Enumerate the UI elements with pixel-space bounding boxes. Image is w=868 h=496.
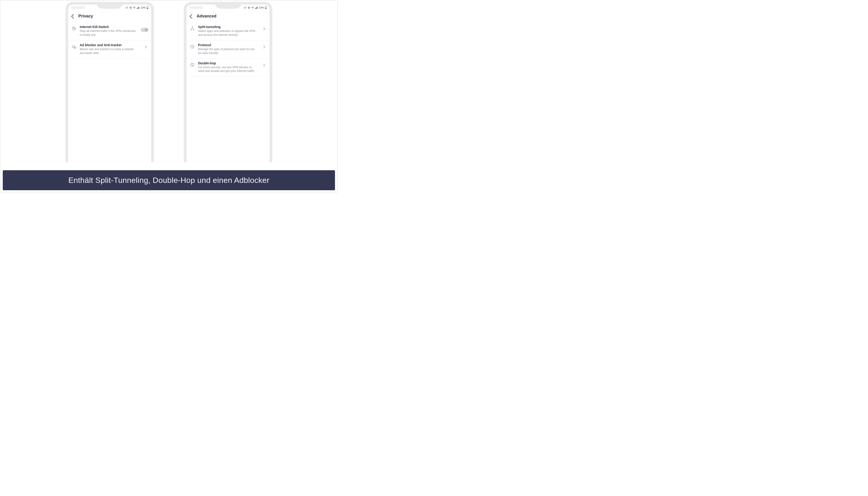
row-ad-blocker[interactable]: Ad blocker and Anti-tracker Blocks ads a… xyxy=(68,41,151,59)
settings-list-advanced: Split-tunneling Select apps and websites… xyxy=(187,22,269,77)
phone-frame-advanced: 23% Advanced xyxy=(184,2,272,162)
svg-rect-19 xyxy=(265,8,266,9)
row-title: Split-tunneling xyxy=(198,25,258,29)
link-icon xyxy=(244,6,247,9)
signal-icon xyxy=(255,6,258,9)
row-double-hop[interactable]: Double-hop For extra security, use two V… xyxy=(187,59,269,77)
caption-text: Enthält Split-Tunneling, Double-Hop und … xyxy=(68,176,269,185)
row-action xyxy=(260,61,267,66)
svg-rect-18 xyxy=(266,6,266,6)
row-desc: Manage the type of protocol you want to … xyxy=(198,47,258,55)
protocol-icon xyxy=(189,43,195,49)
chevron-right-icon xyxy=(262,46,265,48)
battery-icon xyxy=(146,6,149,9)
battery-icon xyxy=(265,6,267,9)
row-desc: Blocks ads and trackers to enjoy a clean… xyxy=(80,47,139,55)
row-body: Split-tunneling Select apps and websites… xyxy=(198,25,258,37)
row-title: Ad blocker and Anti-tracker xyxy=(80,43,139,47)
svg-rect-14 xyxy=(256,7,256,9)
alarm-icon xyxy=(248,6,250,9)
phone-notch xyxy=(214,2,242,9)
screenshot-stage: 23% Privacy xyxy=(0,0,338,193)
row-action xyxy=(141,25,149,32)
wifi-icon xyxy=(133,6,136,9)
svg-rect-7 xyxy=(147,6,148,6)
double-hop-icon xyxy=(189,61,195,67)
app-header-privacy: Privacy xyxy=(68,11,151,22)
row-action xyxy=(260,25,267,30)
svg-rect-13 xyxy=(255,8,255,9)
chevron-right-icon xyxy=(262,27,265,30)
page-title: Privacy xyxy=(78,14,93,19)
svg-point-12 xyxy=(252,8,253,9)
chevron-right-icon xyxy=(144,46,147,48)
status-right-cluster: 23% xyxy=(244,6,267,9)
settings-list-privacy: Internet Kill-Switch Stop all internet t… xyxy=(68,22,151,59)
row-title: Protocol xyxy=(198,43,258,47)
phone-screen-privacy: 23% Privacy xyxy=(68,4,151,162)
battery-text: 23% xyxy=(259,6,264,9)
row-body: Internet Kill-Switch Stop all internet t… xyxy=(80,25,138,37)
row-body: Double-hop For extra security, use two V… xyxy=(198,61,258,73)
phone-frame-privacy: 23% Privacy xyxy=(65,2,154,162)
row-action xyxy=(260,43,267,48)
link-icon xyxy=(125,6,128,9)
phones-container: 23% Privacy xyxy=(0,0,337,162)
toggle-switch-off[interactable] xyxy=(141,28,149,32)
row-action xyxy=(142,43,149,48)
row-desc: For extra security, use two VPN servers … xyxy=(198,65,258,73)
row-desc: Select apps and websites to bypass the V… xyxy=(198,29,258,37)
status-right-cluster: 23% xyxy=(125,6,149,9)
row-title: Double-hop xyxy=(198,61,258,65)
row-split-tunneling[interactable]: Split-tunneling Select apps and websites… xyxy=(187,22,269,41)
svg-rect-15 xyxy=(257,7,257,9)
row-body: Ad blocker and Anti-tracker Blocks ads a… xyxy=(80,43,139,55)
back-button[interactable] xyxy=(189,14,194,19)
status-carrier-blur xyxy=(189,6,203,9)
wifi-icon xyxy=(251,6,254,9)
row-body: Protocol Manage the type of protocol you… xyxy=(198,43,258,55)
alarm-icon xyxy=(129,6,132,9)
status-carrier-blur xyxy=(71,6,85,9)
caption-bar: Enthält Split-Tunneling, Double-Hop und … xyxy=(3,170,335,190)
battery-text: 23% xyxy=(141,6,146,9)
shield-off-icon xyxy=(71,25,77,31)
phone-notch xyxy=(96,2,124,9)
svg-rect-3 xyxy=(137,7,138,9)
megaphone-block-icon xyxy=(71,43,77,49)
svg-point-1 xyxy=(134,8,135,9)
app-header-advanced: Advanced xyxy=(187,11,269,22)
phone-screen-advanced: 23% Advanced xyxy=(187,4,269,162)
signal-icon xyxy=(137,6,140,9)
svg-rect-8 xyxy=(147,8,148,9)
row-protocol[interactable]: Protocol Manage the type of protocol you… xyxy=(187,41,269,59)
split-icon xyxy=(189,25,195,31)
row-desc: Stop all internet traffic if the VPN con… xyxy=(80,29,138,37)
svg-rect-16 xyxy=(257,7,258,9)
svg-rect-5 xyxy=(139,7,139,9)
row-kill-switch[interactable]: Internet Kill-Switch Stop all internet t… xyxy=(68,22,151,41)
back-button[interactable] xyxy=(71,14,76,19)
svg-point-24 xyxy=(191,63,194,66)
chevron-right-icon xyxy=(262,64,265,67)
svg-rect-4 xyxy=(138,7,139,9)
svg-rect-2 xyxy=(137,8,137,9)
page-title: Advanced xyxy=(197,14,216,19)
row-title: Internet Kill-Switch xyxy=(80,25,138,29)
